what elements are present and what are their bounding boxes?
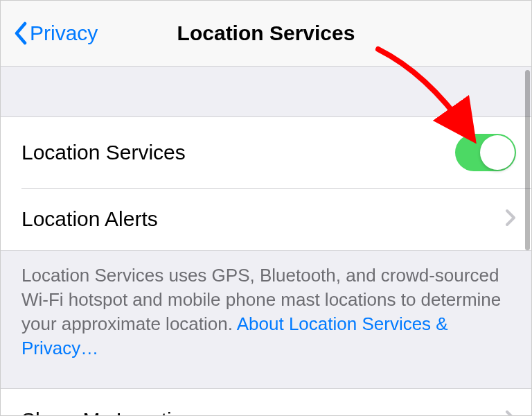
back-button[interactable]: Privacy <box>1 21 98 45</box>
scrollbar[interactable] <box>525 70 530 250</box>
location-alerts-label: Location Alerts <box>21 207 158 231</box>
page-title: Location Services <box>177 21 355 45</box>
navigation-bar: Privacy Location Services <box>1 1 531 67</box>
content-scroll[interactable]: Location Services Location Alerts Locati… <box>1 67 531 415</box>
back-label: Privacy <box>30 21 98 45</box>
location-services-row: Location Services <box>1 117 531 188</box>
location-alerts-row[interactable]: Location Alerts <box>1 188 531 250</box>
section-spacer <box>1 67 531 116</box>
location-services-label: Location Services <box>21 141 186 164</box>
chevron-right-icon <box>505 410 516 415</box>
settings-screen: Privacy Location Services Location Servi… <box>0 0 532 416</box>
location-services-toggle[interactable] <box>455 134 516 171</box>
toggle-knob <box>480 135 515 170</box>
chevron-right-icon <box>505 209 516 229</box>
chevron-left-icon <box>13 21 27 45</box>
share-location-row[interactable]: Share My Location <box>1 389 531 415</box>
share-location-group: Share My Location <box>1 388 531 415</box>
section-footer: Location Services uses GPS, Bluetooth, a… <box>1 251 531 388</box>
settings-group: Location Services Location Alerts <box>1 116 531 251</box>
share-location-label: Share My Location <box>21 408 195 415</box>
